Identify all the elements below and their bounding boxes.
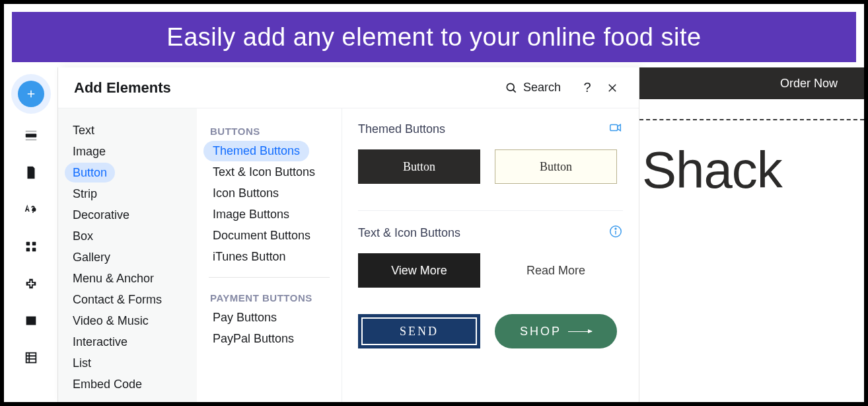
tool-rail xyxy=(4,67,58,402)
category-item[interactable]: Interactive xyxy=(65,332,135,352)
subcategory-list: BUTTONSThemed ButtonsText & Icon Buttons… xyxy=(197,108,342,402)
section-divider xyxy=(358,210,623,211)
add-element-button[interactable] xyxy=(18,81,44,107)
svg-rect-5 xyxy=(26,242,30,246)
read-more-button[interactable]: Read More xyxy=(495,253,617,288)
svg-rect-13 xyxy=(610,124,618,130)
data-icon[interactable] xyxy=(22,349,40,366)
category-item[interactable]: Menu & Anchor xyxy=(65,268,162,288)
promo-banner: Easily add any element to your online fo… xyxy=(10,10,858,64)
category-item[interactable]: List xyxy=(65,353,99,373)
subcategory-item[interactable]: Document Buttons xyxy=(203,225,320,246)
category-item[interactable]: Image xyxy=(65,142,114,161)
page-icon[interactable] xyxy=(22,164,40,181)
plugin-icon[interactable] xyxy=(22,275,40,292)
category-item[interactable]: Box xyxy=(65,226,101,246)
svg-rect-8 xyxy=(32,248,36,252)
subcategory-item[interactable]: PayPal Buttons xyxy=(203,329,303,349)
dashed-divider xyxy=(639,119,864,120)
category-item[interactable]: Embed Code xyxy=(65,374,150,394)
category-item[interactable]: Decorative xyxy=(65,205,137,225)
category-item[interactable]: Contact & Forms xyxy=(65,290,170,309)
svg-rect-6 xyxy=(32,242,36,246)
section-icon[interactable] xyxy=(22,127,40,144)
help-button[interactable]: ? xyxy=(577,77,598,99)
subgroup-label: PAYMENT BUTTONS xyxy=(203,287,335,307)
section-title-texticon: Text & Icon Buttons xyxy=(358,226,460,240)
theme-icon[interactable] xyxy=(22,201,40,218)
subcategory-item[interactable]: Text & Icon Buttons xyxy=(203,162,324,183)
shop-button-label: SHOP xyxy=(520,325,561,339)
subgroup-label: BUTTONS xyxy=(203,120,335,141)
svg-rect-2 xyxy=(25,140,36,141)
subcategory-item[interactable]: iTunes Button xyxy=(203,247,295,267)
preview-nav: Order Now xyxy=(639,67,864,99)
subcategory-item[interactable]: Image Buttons xyxy=(203,204,299,225)
subcategory-item[interactable]: Icon Buttons xyxy=(203,183,288,204)
themed-button-light[interactable]: Button xyxy=(495,149,617,184)
svg-point-9 xyxy=(507,83,514,91)
info-icon[interactable] xyxy=(608,224,623,241)
close-button[interactable] xyxy=(602,77,623,99)
section-title-themed: Themed Buttons xyxy=(358,122,445,136)
element-preview-area: Themed Buttons Button Button Text & Icon… xyxy=(342,108,639,402)
send-button[interactable]: SEND xyxy=(358,314,480,348)
svg-point-16 xyxy=(615,228,616,229)
order-now-link[interactable]: Order Now xyxy=(780,77,838,91)
svg-rect-1 xyxy=(25,131,36,132)
apps-icon[interactable] xyxy=(22,238,40,255)
svg-rect-7 xyxy=(26,248,30,252)
arrow-icon xyxy=(568,331,592,332)
category-list: TextImageButtonStripDecorativeBoxGallery… xyxy=(58,108,197,402)
promo-banner-text: Easily add any element to your online fo… xyxy=(166,23,701,52)
brand-logo-text: Shack xyxy=(639,140,864,200)
media-icon[interactable] xyxy=(22,312,40,329)
subcategory-item[interactable]: Pay Buttons xyxy=(203,307,286,328)
category-item[interactable]: Strip xyxy=(65,184,105,204)
subcategory-item[interactable]: Themed Buttons xyxy=(203,141,309,161)
category-item[interactable]: Video & Music xyxy=(65,311,157,331)
view-more-button[interactable]: View More xyxy=(358,253,480,288)
category-item[interactable]: Button xyxy=(65,163,115,183)
category-item[interactable]: Gallery xyxy=(65,247,118,267)
search-button[interactable]: Search xyxy=(505,81,561,95)
svg-line-10 xyxy=(513,89,516,92)
shop-button[interactable]: SHOP xyxy=(495,314,617,348)
themed-button-dark[interactable]: Button xyxy=(358,149,480,184)
svg-rect-0 xyxy=(25,134,36,138)
panel-title: Add Elements xyxy=(74,79,505,97)
add-elements-panel: Add Elements Search ? TextImageButtonStr… xyxy=(58,67,639,402)
video-help-icon[interactable] xyxy=(608,120,623,138)
search-label: Search xyxy=(523,81,561,95)
site-preview: Order Now Shack xyxy=(639,67,864,402)
category-item[interactable]: Text xyxy=(65,120,102,140)
